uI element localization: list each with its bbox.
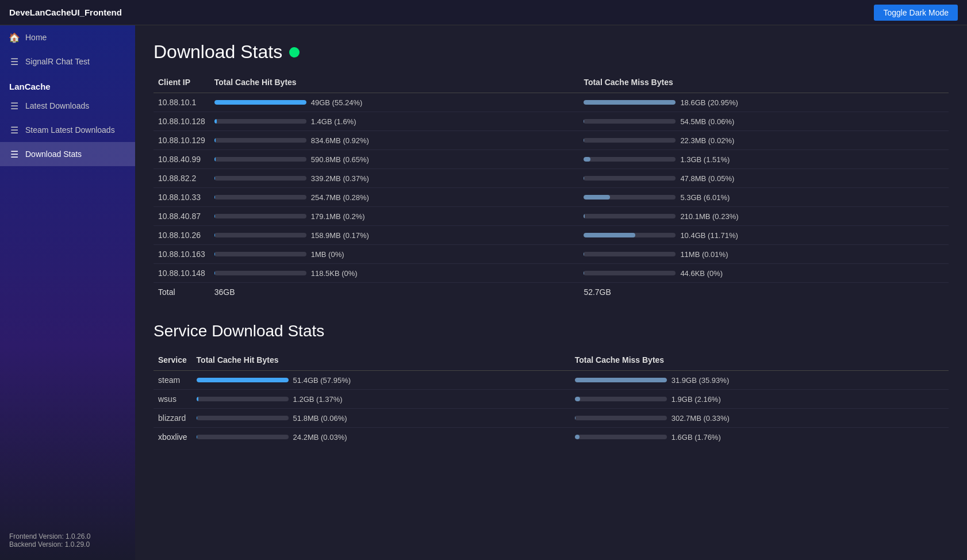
client-ip: 10.88.10.33 (154, 188, 210, 207)
miss-bytes-cell: 31.9GB (35.93%) (570, 371, 949, 390)
bar-track (584, 119, 676, 124)
list-icon-stats: ☰ (9, 149, 20, 159)
hit-bar-cell: 339.2MB (0.37%) (214, 174, 575, 183)
hit-bytes-cell: 51.4GB (57.95%) (192, 371, 570, 390)
bar-track (584, 157, 676, 162)
total-label: Total (154, 283, 210, 302)
hit-bar-cell: 51.4GB (57.95%) (197, 376, 566, 385)
bar-fill (584, 195, 610, 200)
hit-bytes-label: 834.6MB (0.92%) (311, 136, 369, 145)
miss-bar-cell: 1.9GB (2.16%) (575, 395, 944, 404)
bar-track (575, 435, 667, 439)
bar-track (197, 397, 289, 401)
miss-bar-cell: 22.3MB (0.02%) (584, 136, 944, 145)
service-stats-heading: Service Download Stats (154, 322, 949, 340)
sidebar-item-latest-downloads[interactable]: ☰ Latest Downloads (0, 94, 135, 118)
hit-bytes-cell: 590.8MB (0.65%) (210, 150, 580, 169)
miss-bytes-label: 31.9GB (35.93%) (671, 376, 729, 385)
miss-bytes-label: 210.1MB (0.23%) (680, 212, 738, 221)
miss-bytes-label: 1.6GB (1.76%) (671, 433, 721, 442)
bar-fill (197, 397, 199, 401)
service-name: xboxlive (154, 428, 192, 447)
hit-bytes-label: 339.2MB (0.37%) (311, 174, 369, 183)
bar-track (214, 271, 306, 275)
bar-fill (584, 214, 585, 218)
hit-bytes-cell: 834.6MB (0.92%) (210, 131, 580, 150)
bar-fill (584, 157, 590, 162)
miss-bytes-cell: 210.1MB (0.23%) (579, 207, 949, 226)
hit-bytes-cell: 118.5KB (0%) (210, 264, 580, 283)
hit-bar-cell: 158.9MB (0.17%) (214, 231, 575, 240)
total-miss: 52.7GB (579, 283, 949, 302)
miss-bytes-cell: 302.7MB (0.33%) (570, 409, 949, 428)
total-hit: 36GB (210, 283, 580, 302)
table-row: 10.88.10.148118.5KB (0%)44.6KB (0%) (154, 264, 949, 283)
table-total-row: Total36GB52.7GB (154, 283, 949, 302)
bar-fill (214, 214, 215, 218)
bar-track (584, 271, 676, 275)
miss-bytes-cell: 18.6GB (20.95%) (579, 93, 949, 112)
hit-bytes-label: 254.7MB (0.28%) (311, 193, 369, 202)
bar-track (197, 378, 289, 382)
bar-fill (575, 435, 580, 439)
miss-bytes-label: 54.5MB (0.06%) (680, 117, 734, 126)
hit-bytes-label: 51.4GB (57.95%) (293, 376, 351, 385)
bar-track (575, 416, 667, 420)
sidebar-item-signalr[interactable]: ☰ SignalR Chat Test (0, 49, 135, 74)
bar-track (214, 138, 306, 143)
miss-bar-cell: 54.5MB (0.06%) (584, 117, 944, 126)
bar-fill (584, 233, 635, 237)
bar-track (214, 195, 306, 200)
miss-bar-cell: 11MB (0.01%) (584, 250, 944, 259)
miss-bytes-label: 47.8MB (0.05%) (680, 174, 734, 183)
miss-bytes-cell: 1.3GB (1.51%) (579, 150, 949, 169)
miss-bar-cell: 5.3GB (6.01%) (584, 193, 944, 202)
table-row: xboxlive24.2MB (0.03%)1.6GB (1.76%) (154, 428, 949, 447)
hit-bar-cell: 1MB (0%) (214, 250, 575, 259)
client-ip: 10.88.10.163 (154, 245, 210, 264)
miss-bar-cell: 210.1MB (0.23%) (584, 212, 944, 221)
hit-bytes-cell: 158.9MB (0.17%) (210, 226, 580, 245)
client-ip: 10.88.10.1 (154, 93, 210, 112)
frontend-version: Frontend Version: 1.0.26.0 (9, 532, 126, 540)
hit-bytes-label: 1.4GB (1.6%) (311, 117, 356, 126)
client-ip: 10.88.40.87 (154, 207, 210, 226)
client-stats-table: Client IP Total Cache Hit Bytes Total Ca… (154, 74, 949, 301)
hit-bytes-label: 590.8MB (0.65%) (311, 155, 369, 164)
hit-bar-cell: 834.6MB (0.92%) (214, 136, 575, 145)
service-name: blizzard (154, 409, 192, 428)
client-ip: 10.88.10.148 (154, 264, 210, 283)
bar-track (214, 157, 306, 162)
hit-bytes-cell: 179.1MB (0.2%) (210, 207, 580, 226)
hit-bar-cell: 590.8MB (0.65%) (214, 155, 575, 164)
hit-bytes-cell: 254.7MB (0.28%) (210, 188, 580, 207)
hit-bytes-cell: 339.2MB (0.37%) (210, 169, 580, 188)
hit-bytes-label: 1.2GB (1.37%) (293, 395, 343, 404)
col-header-miss-bytes: Total Cache Miss Bytes (579, 74, 949, 93)
bar-track (584, 195, 676, 200)
bar-track (214, 233, 306, 237)
list-icon-latest: ☰ (9, 101, 20, 111)
table-row: 10.88.40.99590.8MB (0.65%)1.3GB (1.51%) (154, 150, 949, 169)
sidebar-item-steam-latest[interactable]: ☰ Steam Latest Downloads (0, 118, 135, 142)
table-row: 10.88.10.1281.4GB (1.6%)54.5MB (0.06%) (154, 112, 949, 131)
service-name: steam (154, 371, 192, 390)
service-stats-title: Service Download Stats (154, 322, 324, 340)
hit-bytes-label: 179.1MB (0.2%) (311, 212, 365, 221)
bar-fill (214, 195, 215, 200)
miss-bar-cell: 47.8MB (0.05%) (584, 174, 944, 183)
main-content: Download Stats Client IP Total Cache Hit… (135, 25, 967, 560)
sidebar-item-download-stats[interactable]: ☰ Download Stats (0, 142, 135, 166)
toggle-dark-mode-button[interactable]: Toggle Dark Mode (874, 5, 958, 21)
hit-bar-cell: 49GB (55.24%) (214, 98, 575, 107)
hit-bytes-label: 158.9MB (0.17%) (311, 231, 369, 240)
miss-bar-cell: 31.9GB (35.93%) (575, 376, 944, 385)
miss-bytes-label: 18.6GB (20.95%) (680, 98, 738, 107)
miss-bytes-label: 1.3GB (1.51%) (680, 155, 730, 164)
miss-bytes-cell: 10.4GB (11.71%) (579, 226, 949, 245)
sidebar-item-home[interactable]: 🏠 Home (0, 25, 135, 49)
hit-bar-cell: 254.7MB (0.28%) (214, 193, 575, 202)
client-ip: 10.88.40.99 (154, 150, 210, 169)
bar-fill (197, 378, 289, 382)
bar-track (584, 100, 676, 105)
